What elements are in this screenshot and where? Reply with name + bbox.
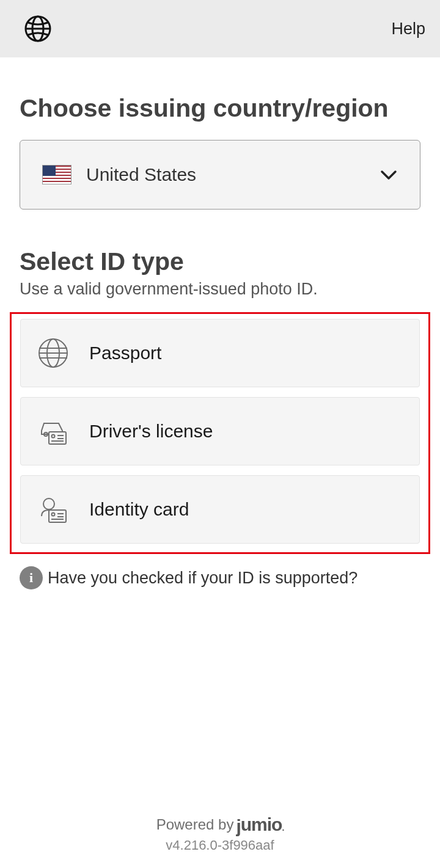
identity-card-icon	[38, 494, 68, 525]
country-selected-label: United States	[86, 164, 380, 185]
id-option-drivers-license[interactable]: Driver's license	[20, 397, 420, 465]
svg-point-15	[43, 498, 54, 509]
help-link[interactable]: Help	[391, 20, 425, 38]
country-heading: Choose issuing country/region	[20, 94, 420, 123]
main-content: Choose issuing country/region United Sta…	[0, 57, 440, 868]
info-text: Have you checked if your ID is supported…	[48, 569, 358, 588]
powered-by: Powered by jumio.	[20, 814, 420, 835]
powered-by-label: Powered by	[156, 816, 234, 833]
footer: Powered by jumio. v4.216.0-3f996aaf	[20, 814, 420, 868]
country-selector[interactable]: United States	[20, 140, 420, 210]
id-type-heading: Select ID type	[20, 247, 420, 276]
globe-icon[interactable]	[24, 15, 51, 42]
chevron-down-icon	[380, 166, 398, 184]
id-type-list: Passport Driver's license	[10, 312, 430, 554]
id-option-label: Driver's license	[89, 421, 213, 442]
id-option-identity-card[interactable]: Identity card	[20, 475, 420, 544]
id-type-subtext: Use a valid government-issued photo ID.	[20, 280, 420, 299]
passport-icon	[38, 338, 68, 368]
id-option-label: Identity card	[89, 499, 189, 520]
info-icon: i	[20, 566, 43, 589]
us-flag-icon	[42, 165, 72, 184]
header: Help	[0, 0, 440, 57]
version-label: v4.216.0-3f996aaf	[20, 837, 420, 853]
id-option-label: Passport	[89, 343, 161, 363]
jumio-logo: jumio.	[236, 814, 284, 835]
id-option-passport[interactable]: Passport	[20, 319, 420, 387]
id-support-info[interactable]: i Have you checked if your ID is support…	[20, 566, 420, 589]
drivers-license-icon	[38, 416, 68, 447]
